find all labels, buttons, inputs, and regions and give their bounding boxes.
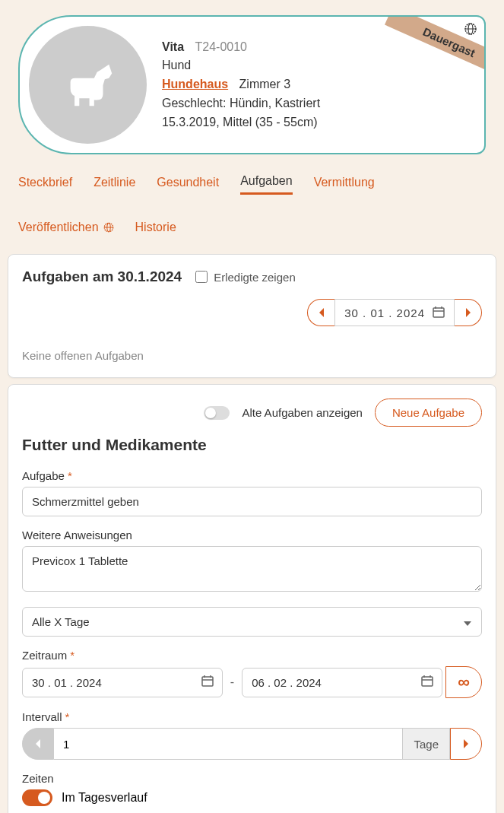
frequency-select[interactable]: [22, 607, 482, 637]
old-tasks-label: Alte Aufgaben anzeigen: [242, 406, 362, 419]
calendar-icon: [433, 306, 445, 320]
date-to-input[interactable]: [242, 668, 442, 697]
date-nav: 30 . 01 . 2024: [307, 299, 482, 326]
profile-name: Vita: [162, 40, 184, 53]
profile-species: Hund: [162, 56, 472, 75]
profile-id: T24-0010: [195, 40, 248, 53]
room-text: Zimmer 3: [239, 78, 291, 91]
date-next-button[interactable]: [455, 299, 482, 326]
tab-veroeffentlichen[interactable]: Veröffentlichen: [18, 216, 114, 239]
interval-input[interactable]: [54, 728, 402, 760]
profile-card: Vita T24-0010 Hund Hundehaus Zimmer 3 Ge…: [18, 15, 486, 154]
show-done-checkbox[interactable]: Erledigte zeigen: [195, 271, 296, 284]
date-prev-button[interactable]: [307, 299, 334, 326]
times-label: Zeiten: [22, 772, 482, 785]
task-label: Aufgabe*: [22, 469, 482, 482]
calendar-icon[interactable]: [201, 675, 214, 690]
form-card: Alte Aufgaben anzeigen Neue Aufgabe Futt…: [8, 384, 496, 813]
tab-gesundheit[interactable]: Gesundheit: [157, 170, 219, 195]
globe-icon: [103, 222, 114, 233]
svg-rect-14: [422, 677, 433, 686]
old-tasks-toggle[interactable]: [204, 406, 230, 420]
svg-rect-6: [433, 308, 444, 317]
sex-line: Geschlecht: Hündin, Kastriert: [162, 94, 472, 113]
section-title: Futter und Medikamente: [22, 436, 482, 454]
svg-rect-10: [202, 677, 213, 686]
birth-line: 15.3.2019, Mittel (35 - 55cm): [162, 113, 472, 132]
profile-info: Vita T24-0010 Hund Hundehaus Zimmer 3 Ge…: [162, 38, 472, 132]
tasks-title: Aufgaben am 30.1.2024: [22, 268, 182, 285]
during-day-label: Im Tagesverlauf: [62, 791, 147, 805]
tab-vermittlung[interactable]: Vermittlung: [314, 170, 375, 195]
calendar-icon[interactable]: [421, 675, 433, 690]
interval-label: Intervall*: [22, 710, 482, 723]
tasks-card: Aufgaben am 30.1.2024 Erledigte zeigen 3…: [8, 254, 496, 378]
tab-steckbrief[interactable]: Steckbrief: [18, 170, 72, 195]
interval-decrement-button[interactable]: [22, 728, 54, 760]
interval-unit: Tage: [402, 728, 450, 760]
date-range-dash: -: [230, 675, 234, 689]
task-input[interactable]: [22, 487, 482, 516]
tab-aufgaben[interactable]: Aufgaben: [240, 170, 293, 195]
avatar: [29, 26, 147, 144]
during-day-toggle[interactable]: [22, 789, 52, 806]
tab-historie[interactable]: Historie: [135, 216, 176, 239]
globe-icon[interactable]: [464, 23, 477, 38]
tabs: Steckbrief Zeitlinie Gesundheit Aufgaben…: [0, 167, 504, 248]
date-from-input[interactable]: [22, 668, 223, 697]
infinity-button[interactable]: ∞: [445, 666, 482, 698]
new-task-button[interactable]: Neue Aufgabe: [375, 399, 482, 427]
dog-icon: [59, 56, 118, 115]
period-label: Zeitraum*: [22, 649, 482, 662]
instructions-label: Weitere Anweisungen: [22, 529, 482, 541]
instructions-textarea[interactable]: [22, 546, 482, 592]
interval-increment-button[interactable]: [450, 728, 482, 760]
date-display[interactable]: 30 . 01 . 2024: [334, 299, 455, 326]
house-link[interactable]: Hundehaus: [162, 78, 228, 91]
tab-zeitlinie[interactable]: Zeitlinie: [94, 170, 135, 195]
empty-tasks-text: Keine offenen Aufgaben: [22, 349, 482, 362]
